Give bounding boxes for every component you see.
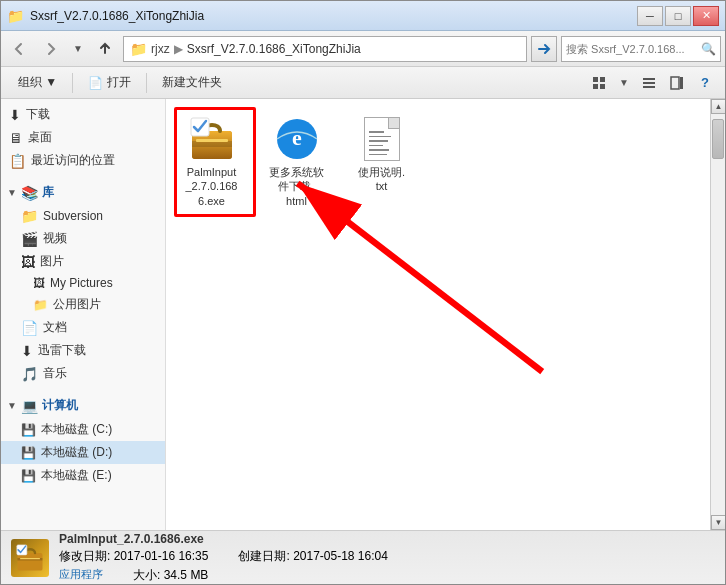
new-folder-button[interactable]: 新建文件夹 xyxy=(153,71,231,95)
scroll-up-arrow[interactable]: ▲ xyxy=(711,99,725,114)
open-button[interactable]: 📄 打开 xyxy=(79,71,140,95)
thunder-icon: ⬇ xyxy=(21,343,33,359)
sidebar-item-video[interactable]: 🎬 视频 xyxy=(1,227,165,250)
window-icon: 📁 xyxy=(7,8,24,24)
maximize-button[interactable]: □ xyxy=(665,6,691,26)
svg-rect-2 xyxy=(593,84,598,89)
view-dropdown[interactable]: ▼ xyxy=(615,70,633,96)
status-type: 应用程序 xyxy=(59,567,103,584)
sidebar-item-drive-d[interactable]: 💾 本地磁盘 (D:) xyxy=(1,441,165,464)
view-preview-button[interactable] xyxy=(665,71,689,95)
svg-rect-18 xyxy=(18,553,43,571)
sidebar-item-desktop[interactable]: 🖥 桌面 xyxy=(1,126,165,149)
computer-expand-icon: ▼ xyxy=(7,400,17,411)
status-create-date: 2017-05-18 16:04 xyxy=(293,549,388,563)
subversion-icon: 📁 xyxy=(21,208,38,224)
txt-file-label: 使用说明.txt xyxy=(358,165,405,194)
window-title: Sxsrf_V2.7.0.1686_XiTongZhiJia xyxy=(30,9,204,23)
content-area: PalmInput_2.7.0.1686.exe e 更多系统软件 xyxy=(166,99,710,530)
title-bar-left: 📁 Sxsrf_V2.7.0.1686_XiTongZhiJia xyxy=(7,8,204,24)
svg-rect-3 xyxy=(600,84,605,89)
file-item-txt[interactable]: 使用说明.txt xyxy=(344,107,419,214)
title-bar: 📁 Sxsrf_V2.7.0.1686_XiTongZhiJia ─ □ ✕ xyxy=(1,1,725,31)
search-bar[interactable]: 🔍 xyxy=(561,36,721,62)
breadcrumb-folder-icon: 📁 xyxy=(130,41,147,57)
sidebar-item-download[interactable]: ⬇ 下载 xyxy=(1,103,165,126)
breadcrumb-current: Sxsrf_V2.7.0.1686_XiTongZhiJia xyxy=(187,42,361,56)
scroll-track[interactable] xyxy=(711,114,725,515)
computer-icon: 💻 xyxy=(21,398,38,414)
up-button[interactable] xyxy=(91,36,119,62)
main-area: ⬇ 下载 🖥 桌面 📋 最近访问的位置 ▼ 📚 库 📁 S xyxy=(1,99,725,530)
sidebar-item-music[interactable]: 🎵 音乐 xyxy=(1,362,165,385)
search-input[interactable] xyxy=(566,43,697,55)
minimize-button[interactable]: ─ xyxy=(637,6,663,26)
status-bar: PalmInput_2.7.0.1686.exe 修改日期: 2017-01-1… xyxy=(1,530,725,584)
status-create: 创建日期: 2017-05-18 16:04 xyxy=(238,548,387,565)
libraries-header[interactable]: ▼ 📚 库 xyxy=(1,180,165,205)
status-row-2: 应用程序 大小: 34.5 MB xyxy=(59,567,715,584)
close-button[interactable]: ✕ xyxy=(693,6,719,26)
status-info: PalmInput_2.7.0.1686.exe 修改日期: 2017-01-1… xyxy=(59,532,715,584)
view-details-button[interactable] xyxy=(637,71,661,95)
scrollbar-vertical[interactable]: ▲ ▼ xyxy=(710,99,725,530)
breadcrumb-text: rjxz xyxy=(151,42,170,56)
back-button[interactable] xyxy=(5,36,33,62)
desktop-icon: 🖥 xyxy=(9,130,23,146)
public-pictures-icon: 📁 xyxy=(33,298,48,312)
organize-button[interactable]: 组织 ▼ xyxy=(9,71,66,95)
sidebar-item-recent[interactable]: 📋 最近访问的位置 xyxy=(1,149,165,172)
sidebar-item-pictures[interactable]: 🖼 图片 xyxy=(1,250,165,273)
search-icon: 🔍 xyxy=(701,42,716,56)
status-size-value: 34.5 MB xyxy=(164,568,209,582)
svg-rect-20 xyxy=(20,558,40,559)
drive-c-icon: 💾 xyxy=(21,423,36,437)
scroll-thumb[interactable] xyxy=(712,119,724,159)
computer-label: 计算机 xyxy=(42,397,78,414)
scroll-down-arrow[interactable]: ▼ xyxy=(711,515,725,530)
file-item-exe[interactable]: PalmInput_2.7.0.1686.exe xyxy=(174,107,249,214)
sidebar-item-thunder[interactable]: ⬇ 迅雷下载 xyxy=(1,339,165,362)
download-icon: ⬇ xyxy=(9,107,21,123)
pictures-icon: 🖼 xyxy=(21,254,35,270)
exe-icon xyxy=(188,115,236,163)
svg-rect-12 xyxy=(196,139,228,142)
sidebar-item-drive-e[interactable]: 💾 本地磁盘 (E:) xyxy=(1,464,165,487)
breadcrumb-bar[interactable]: 📁 rjxz ▶ Sxsrf_V2.7.0.1686_XiTongZhiJia xyxy=(123,36,527,62)
status-row-1: 修改日期: 2017-01-16 16:35 创建日期: 2017-05-18 … xyxy=(59,548,715,565)
svg-rect-8 xyxy=(680,77,683,89)
exe-file-icon-area xyxy=(186,113,238,165)
svg-rect-1 xyxy=(600,77,605,82)
sidebar-item-docs[interactable]: 📄 文档 xyxy=(1,316,165,339)
status-filename: PalmInput_2.7.0.1686.exe xyxy=(59,532,715,546)
status-file-icon xyxy=(11,539,49,577)
sidebar-item-subversion[interactable]: 📁 Subversion xyxy=(1,205,165,227)
recent-icon: 📋 xyxy=(9,153,26,169)
exe-file-label: PalmInput_2.7.0.1686.exe xyxy=(186,165,238,208)
sidebar-item-public-pictures[interactable]: 📁 公用图片 xyxy=(1,293,165,316)
docs-icon: 📄 xyxy=(21,320,38,336)
txt-file-icon-area xyxy=(356,113,408,165)
libraries-section: ▼ 📚 库 📁 Subversion 🎬 视频 🖼 图片 xyxy=(1,180,165,385)
html-file-icon-area: e xyxy=(271,113,323,165)
drive-d-icon: 💾 xyxy=(21,446,36,460)
svg-rect-6 xyxy=(643,86,655,88)
explorer-window: 📁 Sxsrf_V2.7.0.1686_XiTongZhiJia ─ □ ✕ ▼… xyxy=(0,0,726,585)
svg-rect-5 xyxy=(643,82,655,84)
libraries-expand-icon: ▼ xyxy=(7,187,17,198)
title-bar-buttons: ─ □ ✕ xyxy=(637,6,719,26)
forward-button[interactable] xyxy=(37,36,65,62)
content-wrapper: PalmInput_2.7.0.1686.exe e 更多系统软件 xyxy=(166,99,725,530)
toolbar: 组织 ▼ 📄 打开 新建文件夹 ▼ xyxy=(1,67,725,99)
video-icon: 🎬 xyxy=(21,231,38,247)
view-tiles-button[interactable] xyxy=(587,71,611,95)
computer-header[interactable]: ▼ 💻 计算机 xyxy=(1,393,165,418)
file-grid: PalmInput_2.7.0.1686.exe e 更多系统软件 xyxy=(174,107,702,214)
help-button[interactable]: ? xyxy=(693,71,717,95)
file-item-html[interactable]: e 更多系统软件下载.html xyxy=(259,107,334,214)
html-file-label: 更多系统软件下载.html xyxy=(269,165,324,208)
forward-dropdown[interactable]: ▼ xyxy=(69,36,87,62)
go-button[interactable] xyxy=(531,36,557,62)
sidebar-item-drive-c[interactable]: 💾 本地磁盘 (C:) xyxy=(1,418,165,441)
sidebar-item-my-pictures[interactable]: 🖼 My Pictures xyxy=(1,273,165,293)
